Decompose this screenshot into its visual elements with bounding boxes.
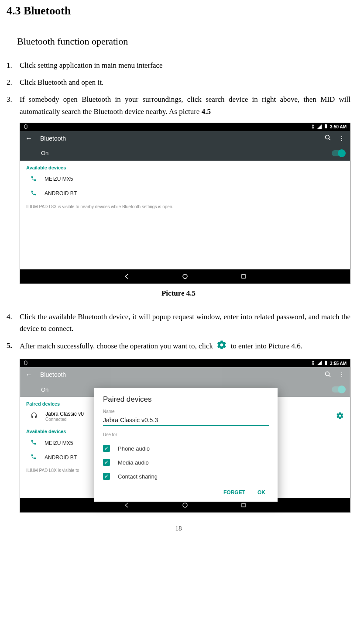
adb-icon: [24, 360, 28, 366]
svg-point-8: [326, 372, 330, 375]
option-label: Phone audio: [118, 445, 150, 452]
gear-icon: [216, 340, 227, 354]
phone-audio-option[interactable]: ✓ Phone audio: [103, 441, 269, 455]
search-icon[interactable]: [325, 371, 331, 379]
step-text-part: If somebody open Bluetooth in your surro…: [20, 95, 350, 115]
status-bar: 3:50 AM: [20, 123, 350, 131]
bluetooth-icon: [311, 360, 315, 366]
option-label: Contact sharing: [118, 473, 158, 480]
svg-point-4: [183, 274, 187, 279]
step-number: 1.: [7, 59, 20, 71]
signal-icon: [317, 124, 322, 130]
name-field-label: Name: [103, 409, 269, 414]
status-time: 3:55 AM: [330, 361, 347, 366]
screenshot-bluetooth-list: 3:50 AM ← Bluetooth ⋮ On Available devic…: [20, 123, 350, 284]
svg-point-2: [326, 135, 330, 139]
toggle-label: On: [41, 150, 48, 156]
step-1: 1. Click setting application in main men…: [7, 59, 350, 71]
device-name: ANDROID BT: [45, 190, 77, 196]
nav-recent-icon[interactable]: [240, 502, 247, 508]
step-text: Click Bluetooth and open it.: [20, 76, 350, 88]
headset-icon: [31, 412, 38, 420]
step-5: 5. After match successfully, choose the …: [7, 340, 350, 354]
svg-rect-0: [325, 124, 327, 128]
phone-icon: [31, 190, 37, 197]
device-row[interactable]: ANDROID BT: [20, 186, 350, 201]
app-bar: ← Bluetooth ⋮: [20, 131, 350, 146]
step-text: Click the available Bluetooth device, it…: [20, 311, 350, 334]
step-text: Click setting application in main menu i…: [20, 59, 350, 71]
device-row[interactable]: MEIZU MX5: [20, 172, 350, 186]
toggle-label: On: [41, 386, 48, 393]
nav-home-icon[interactable]: [182, 502, 188, 508]
status-bar: 3:55 AM: [20, 359, 350, 367]
nav-recent-icon[interactable]: [240, 273, 247, 279]
contact-sharing-option[interactable]: ✓ Contact sharing: [103, 469, 269, 483]
visibility-note: ILIUM PAD L8X is visible to nearby devic…: [20, 201, 350, 213]
dialog-actions: FORGET OK: [103, 483, 269, 497]
adb-icon: [24, 124, 28, 130]
page-title: Bluetooth: [40, 371, 317, 378]
step-4: 4. Click the available Bluetooth device,…: [7, 311, 350, 334]
section-heading: 4.3 Bluetooth: [7, 4, 350, 17]
svg-rect-6: [325, 361, 327, 365]
step-2: 2. Click Bluetooth and open it.: [7, 76, 350, 88]
device-name: ANDROID BT: [45, 455, 77, 461]
more-icon[interactable]: ⋮: [339, 135, 345, 142]
step-text-part: to enter into Picture 4.6.: [231, 342, 302, 350]
battery-icon: [324, 361, 327, 366]
device-name: MEIZU MX5: [45, 176, 73, 182]
bluetooth-toggle-row[interactable]: On: [20, 146, 350, 161]
svg-rect-5: [242, 275, 245, 278]
ok-button[interactable]: OK: [257, 489, 265, 496]
svg-rect-11: [242, 503, 245, 507]
media-audio-option[interactable]: ✓ Media audio: [103, 455, 269, 469]
picture-caption: Picture 4.5: [7, 289, 350, 298]
svg-rect-7: [326, 361, 326, 361]
battery-icon: [324, 124, 327, 130]
checkbox-checked-icon[interactable]: ✓: [103, 459, 110, 466]
device-name-input[interactable]: [103, 415, 269, 426]
signal-icon: [317, 361, 322, 366]
device-name: MEIZU MX5: [45, 440, 73, 446]
dialog-title: Paired devices: [103, 395, 269, 404]
nav-bar: [20, 269, 350, 283]
gear-icon[interactable]: [336, 412, 344, 421]
phone-icon: [31, 176, 37, 183]
checkbox-checked-icon[interactable]: ✓: [103, 445, 110, 452]
option-label: Media audio: [118, 459, 149, 466]
app-bar: ← Bluetooth ⋮: [20, 367, 350, 382]
page-number: 18: [7, 525, 350, 532]
subheading: Bluetooth function operation: [17, 36, 350, 47]
more-icon[interactable]: ⋮: [339, 371, 345, 378]
switch-on[interactable]: [332, 150, 345, 156]
switch-on[interactable]: [332, 386, 345, 393]
forget-button[interactable]: FORGET: [223, 489, 245, 496]
step-text: After match successfully, choose the ope…: [20, 340, 350, 354]
paired-device-dialog: Paired devices Name Use for ✓ Phone audi…: [94, 388, 278, 502]
step-text: If somebody open Bluetooth in your surro…: [20, 93, 350, 117]
back-icon[interactable]: ←: [25, 134, 32, 142]
svg-line-3: [329, 139, 331, 141]
nav-home-icon[interactable]: [182, 273, 188, 279]
svg-point-10: [183, 503, 187, 507]
back-icon[interactable]: ←: [25, 371, 32, 379]
step-number: 3.: [7, 93, 20, 117]
nav-back-icon[interactable]: [124, 502, 130, 508]
svg-rect-1: [326, 124, 326, 124]
phone-icon: [31, 454, 37, 461]
step-number: 5.: [7, 340, 20, 354]
nav-back-icon[interactable]: [124, 273, 130, 279]
page-title: Bluetooth: [40, 135, 317, 142]
use-for-label: Use for: [103, 432, 269, 437]
paired-device-name: Jabra Classic v0: [45, 411, 84, 417]
search-icon[interactable]: [325, 134, 331, 142]
checkbox-checked-icon[interactable]: ✓: [103, 473, 110, 480]
bluetooth-icon: [311, 124, 315, 130]
step-text-part: After match successfully, choose the ope…: [20, 342, 213, 350]
phone-icon: [31, 439, 37, 447]
step-number: 4.: [7, 311, 20, 334]
available-devices-label: Available devices: [20, 161, 350, 172]
screenshot-paired-dialog: 3:55 AM ← Bluetooth ⋮ On Paired devices …: [20, 359, 350, 513]
picture-ref: 4.5: [202, 107, 211, 116]
